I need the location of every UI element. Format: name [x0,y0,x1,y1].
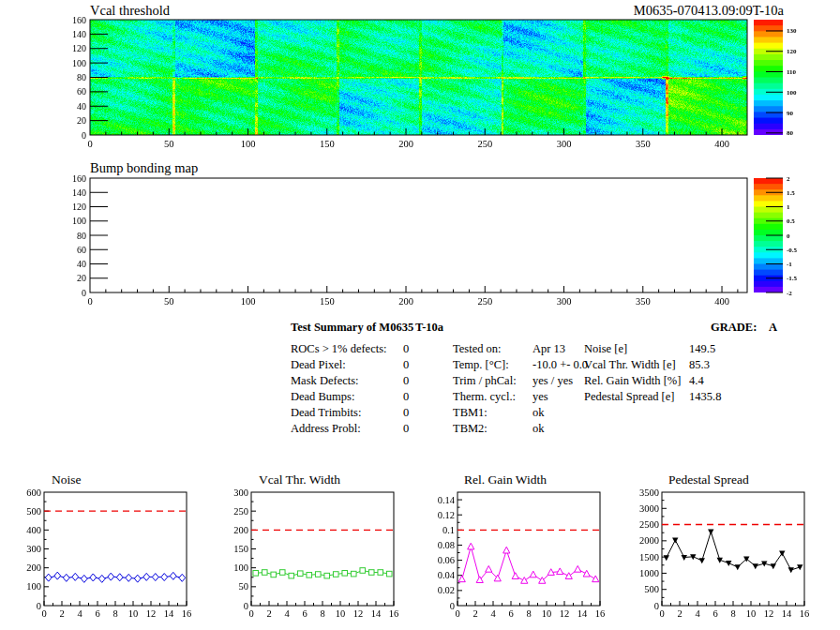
summary-title: Test Summary of M0635 [291,321,413,335]
data-marker [743,557,749,562]
y-tick-label: 0 [82,288,86,298]
x-tick-label: 0 [41,608,46,619]
x-tick-label: 14 [371,608,382,619]
summary-label: Mask Defects: [291,374,359,388]
x-tick-label: 8 [526,608,531,619]
summary-label: Pedestal Spread [e] [584,390,675,404]
data-marker [253,571,259,577]
summary-label: Address Probl: [291,422,361,436]
y-tick-label: 60 [77,86,86,97]
data-marker [279,570,285,576]
y-tick-label: 0 [37,601,41,611]
x-tick-label: 12 [560,608,570,619]
y-tick-label: 80 [77,72,86,82]
x-tick-label: 4 [490,608,496,619]
y-tick-label: 120 [72,43,86,53]
x-tick-label: 350 [636,139,651,149]
data-marker [512,573,518,579]
colorbar-tick-label: 100 [787,89,797,97]
data-marker [521,578,528,584]
data-marker [108,573,114,580]
vcal-width-plot-title: Vcal Thr. Width [259,472,340,488]
y-tick-label: 0.04 [438,570,456,580]
y-tick-label: 100 [26,581,41,592]
y-tick-label: 20 [77,273,86,283]
summary-value: 149.5 [689,342,715,356]
data-marker [152,574,158,581]
summary-value: 1435.8 [689,390,721,404]
data-marker [134,575,141,582]
x-tick-label: 2 [472,608,477,619]
y-tick-label: 250 [233,506,248,517]
y-tick-label: 40 [77,259,86,269]
data-marker [170,572,176,579]
y-tick-label: 100 [72,216,86,226]
grade-label: GRADE: [711,321,757,335]
y-tick-label: 0.02 [438,585,455,595]
colorbar-tick-label: -1 [787,261,792,268]
colorbar-tick-label: 90 [787,110,794,117]
y-tick-label: 40 [77,101,86,112]
summary-value: yes [532,390,548,404]
x-tick-label: 10 [542,608,552,619]
x-tick-label: 0 [87,296,92,307]
summary-label: Dead Bumps: [291,390,354,404]
colorbar-tick-label: 130 [787,27,797,35]
x-tick-label: 100 [241,139,256,149]
x-tick-label: 10 [336,608,346,619]
y-tick-label: 100 [233,562,248,573]
data-marker [324,573,330,578]
x-tick-label: 16 [389,608,399,619]
x-tick-label: 250 [477,296,492,307]
data-marker [486,565,492,572]
data-marker [307,573,312,578]
y-tick-label: 160 [72,15,86,25]
data-marker [557,568,563,575]
summary-value: 0 [403,422,409,436]
data-marker [351,571,356,577]
y-tick-label: 50 [239,581,249,592]
y-tick-label: 0 [654,601,659,611]
data-marker [360,568,366,574]
y-tick-label: 160 [72,173,86,184]
y-tick-label: 400 [26,525,41,535]
summary-label: TBM2: [453,422,488,436]
colorbar-tick-label: 1.5 [787,189,795,197]
data-marker [735,564,741,570]
grade-value: A [769,321,777,335]
summary-value: ok [532,406,545,420]
data-marker [530,571,536,578]
y-tick-label: 140 [72,188,86,198]
x-tick-label: 300 [557,139,572,149]
summary-value: Apr 13 [532,342,565,356]
data-marker [672,538,678,544]
y-tick-label: 80 [77,231,86,241]
data-marker [779,550,785,556]
data-marker [90,574,97,581]
x-tick-label: 150 [320,139,335,149]
x-tick-label: 2 [266,608,271,619]
plot-frame [662,492,804,606]
data-marker [81,575,87,582]
summary-value: ok [532,422,545,436]
data-marker [54,572,61,579]
x-tick-label: 50 [164,296,174,307]
data-marker [458,576,465,582]
module-id-title: M0635-070413.09:09T-10a [634,3,784,19]
y-tick-label: 20 [77,115,86,126]
plot-frame [44,492,187,606]
y-tick-label: 500 [644,584,659,594]
data-marker [143,573,150,580]
data-marker [548,569,554,576]
y-tick-label: 0.12 [438,510,455,520]
data-marker [468,543,474,549]
x-tick-label: 16 [595,608,606,619]
colorbar-tick-label: 120 [787,48,797,55]
data-line [256,571,390,577]
summary-subtitle: T-10a [415,321,443,335]
summary-value: 0 [403,406,409,420]
data-marker [726,561,731,566]
data-marker [179,574,186,581]
data-marker [771,563,776,569]
data-marker [575,565,581,572]
